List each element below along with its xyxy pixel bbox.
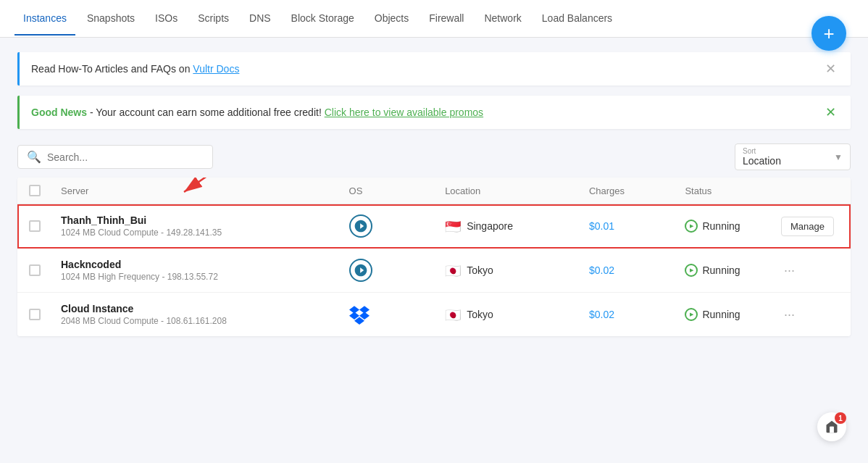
header-checkbox[interactable] xyxy=(29,185,61,196)
nav-dns[interactable]: DNS xyxy=(241,2,280,36)
docs-banner-text: Read How-To Articles and FAQs on Vultr D… xyxy=(31,63,239,75)
controls-row: 🔍 Sort Location ▼ xyxy=(17,143,851,170)
charges-2: $0.02 xyxy=(589,264,685,276)
row-checkbox-1[interactable] xyxy=(29,220,61,232)
sort-value: Location xyxy=(743,155,781,167)
server-sub-2: 1024 MB High Frequency - 198.13.55.72 xyxy=(61,272,349,282)
row-checkbox-3[interactable] xyxy=(29,309,61,320)
header-location: Location xyxy=(445,185,589,196)
table-row: Cloud Instance 2048 MB Cloud Compute - 1… xyxy=(17,293,851,336)
promo-banner-close[interactable]: ✕ xyxy=(822,106,839,119)
server-sub-1: 1024 MB Cloud Compute - 149.28.141.35 xyxy=(61,228,349,238)
status-text-3: Running xyxy=(702,309,740,320)
location-cell-3: 🇯🇵 Tokyo xyxy=(445,309,589,320)
nav-load-balancers[interactable]: Load Balancers xyxy=(533,2,621,36)
flag-icon-1: 🇸🇬 xyxy=(445,220,461,232)
nav-snapshots[interactable]: Snapshots xyxy=(78,2,143,36)
top-nav: Instances Snapshots ISOs Scripts DNS Blo… xyxy=(0,0,868,38)
add-instance-button[interactable]: + xyxy=(811,16,846,51)
main-content: Read How-To Articles and FAQs on Vultr D… xyxy=(0,38,868,351)
promo-banner: Good News - Your account can earn some a… xyxy=(17,96,851,129)
table-row: Thanh_Thinh_Bui 1024 MB Cloud Compute - … xyxy=(17,204,851,249)
status-icon-2 xyxy=(685,264,698,277)
table-header: Server OS Location Charges Status xyxy=(17,178,851,204)
flag-icon-3: 🇯🇵 xyxy=(445,309,461,320)
server-name-3: Cloud Instance xyxy=(61,303,349,314)
nav-block-storage[interactable]: Block Storage xyxy=(283,2,363,36)
nav-isos[interactable]: ISOs xyxy=(146,2,186,36)
chevron-down-icon: ▼ xyxy=(834,152,843,162)
status-cell-1: Running xyxy=(685,220,781,233)
vultr-docs-link[interactable]: Vultr Docs xyxy=(193,63,239,75)
action-cell-2: ··· xyxy=(781,260,839,281)
server-info-2: Hackncoded 1024 MB High Frequency - 198.… xyxy=(61,259,349,282)
more-options-button-3[interactable]: ··· xyxy=(781,304,798,325)
header-server: Server xyxy=(61,185,349,196)
location-name-3: Tokyo xyxy=(467,309,493,320)
promo-banner-text: Good News - Your account can earn some a… xyxy=(31,107,483,118)
os-icon-1 xyxy=(349,214,446,238)
header-charges: Charges xyxy=(589,185,685,196)
action-cell-1: Manage xyxy=(781,217,839,236)
status-text-1: Running xyxy=(702,220,740,232)
promo-link[interactable]: Click here to view available promos xyxy=(325,107,483,118)
header-status: Status xyxy=(685,185,781,196)
status-icon-1 xyxy=(685,220,698,233)
manage-button-1[interactable]: Manage xyxy=(781,217,834,236)
search-box: 🔍 xyxy=(17,145,213,169)
docs-banner-close[interactable]: ✕ xyxy=(822,62,839,75)
sort-dropdown[interactable]: Sort Location ▼ xyxy=(735,143,851,170)
status-cell-2: Running xyxy=(685,264,781,277)
location-cell-2: 🇯🇵 Tokyo xyxy=(445,264,589,276)
location-name-2: Tokyo xyxy=(467,264,493,276)
os-icon-2 xyxy=(349,259,446,282)
os-icon-3 xyxy=(349,304,446,325)
good-news-label: Good News xyxy=(31,107,87,118)
status-text-2: Running xyxy=(702,264,740,276)
location-cell-1: 🇸🇬 Singapore xyxy=(445,220,589,232)
server-name-2: Hackncoded xyxy=(61,259,349,270)
status-cell-3: Running xyxy=(685,308,781,321)
nav-scripts[interactable]: Scripts xyxy=(189,2,238,36)
instances-table: Server OS Location Charges Status Thanh_… xyxy=(17,178,851,336)
server-name-1: Thanh_Thinh_Bui xyxy=(61,214,349,226)
server-info-3: Cloud Instance 2048 MB Cloud Compute - 1… xyxy=(61,303,349,326)
location-name-1: Singapore xyxy=(467,220,513,232)
action-cell-3: ··· xyxy=(781,304,839,325)
charges-1: $0.01 xyxy=(589,220,685,232)
table-row: Hackncoded 1024 MB High Frequency - 198.… xyxy=(17,249,851,293)
nav-objects[interactable]: Objects xyxy=(366,2,417,36)
docs-banner: Read How-To Articles and FAQs on Vultr D… xyxy=(17,52,851,85)
header-os: OS xyxy=(349,185,446,196)
flag-icon-2: 🇯🇵 xyxy=(445,264,461,276)
sort-label: Sort xyxy=(743,147,781,155)
status-icon-3 xyxy=(685,308,698,321)
more-options-button-2[interactable]: ··· xyxy=(781,260,798,281)
nav-network[interactable]: Network xyxy=(475,2,530,36)
search-input[interactable] xyxy=(47,151,204,163)
nav-instances[interactable]: Instances xyxy=(14,2,75,36)
nav-firewall[interactable]: Firewall xyxy=(420,2,472,36)
server-info-1: Thanh_Thinh_Bui 1024 MB Cloud Compute - … xyxy=(61,214,349,238)
search-icon: 🔍 xyxy=(27,150,41,164)
server-sub-3: 2048 MB Cloud Compute - 108.61.161.208 xyxy=(61,316,349,326)
row-checkbox-2[interactable] xyxy=(29,264,61,276)
charges-3: $0.02 xyxy=(589,309,685,320)
